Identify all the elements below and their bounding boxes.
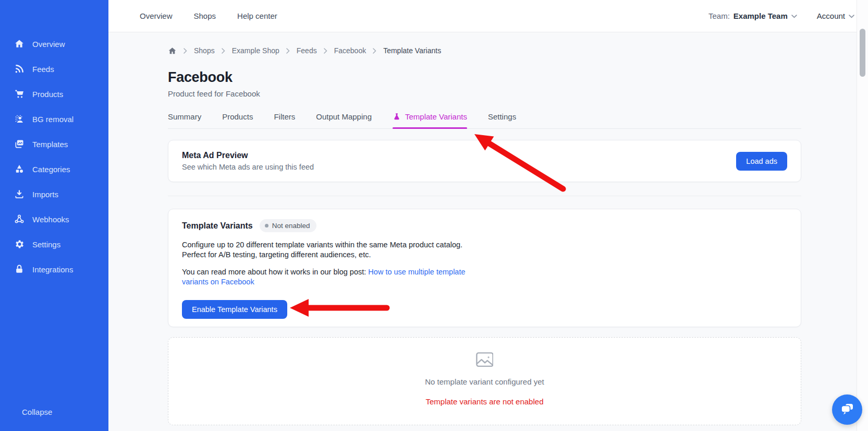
page-subtitle: Product feed for Facebook — [168, 89, 801, 98]
empty-state-warning: Template variants are not enabled — [426, 397, 544, 406]
sidebar-item-label: Categories — [32, 165, 70, 174]
template-variants-description: Configure up to 20 different template va… — [182, 240, 787, 259]
sidebar-item-label: Webhooks — [32, 215, 69, 224]
tab-summary[interactable]: Summary — [168, 112, 201, 128]
chevron-right-icon — [324, 48, 327, 54]
home-icon[interactable] — [168, 46, 177, 55]
chevron-right-icon — [286, 48, 290, 54]
load-ads-button[interactable]: Load ads — [736, 152, 787, 171]
tab-filters[interactable]: Filters — [274, 112, 295, 128]
breadcrumb-feeds[interactable]: Feeds — [297, 46, 317, 55]
empty-state-message: No template variant configured yet — [425, 377, 544, 386]
sidebar-item-webhooks[interactable]: Webhooks — [0, 207, 108, 232]
breadcrumb-shops[interactable]: Shops — [194, 46, 215, 55]
enable-template-variants-button[interactable]: Enable Template Variants — [182, 300, 287, 319]
sidebar-item-imports[interactable]: Imports — [0, 182, 108, 207]
sidebar-item-bg-removal[interactable]: BG removal — [0, 106, 108, 131]
read-more-text: You can read more about how it works in … — [182, 267, 787, 286]
tab-products[interactable]: Products — [222, 112, 253, 128]
image-stack-icon — [14, 139, 25, 149]
lock-icon — [14, 264, 25, 274]
sidebar-item-label: BG removal — [32, 115, 74, 124]
sidebar-item-overview[interactable]: Overview — [0, 31, 108, 56]
status-dot — [265, 224, 268, 228]
tab-settings[interactable]: Settings — [488, 112, 516, 128]
sidebar-item-products[interactable]: Products — [0, 81, 108, 106]
tab-bar: Summary Products Filters Output Mapping … — [168, 112, 801, 129]
topnav-overview[interactable]: Overview — [140, 11, 173, 20]
sidebar-item-label: Integrations — [32, 265, 73, 274]
section-divider — [168, 196, 801, 196]
template-variants-empty-state: No template variant configured yet Templ… — [168, 337, 801, 425]
tab-template-variants[interactable]: Template Variants — [393, 112, 467, 128]
tab-output-mapping[interactable]: Output Mapping — [316, 112, 372, 128]
breadcrumb: Shops Example Shop Feeds Facebook Templa… — [168, 45, 801, 56]
breadcrumb-template-variants: Template Variants — [383, 46, 441, 55]
collapse-label: Collapse — [22, 408, 52, 416]
status-badge: Not enabled — [260, 219, 316, 232]
home-icon — [14, 39, 25, 49]
gear-icon — [14, 239, 25, 249]
sidebar-item-settings[interactable]: Settings — [0, 232, 108, 257]
template-variants-card: Template Variants Not enabled Configure … — [168, 209, 801, 327]
sidebar-item-templates[interactable]: Templates — [0, 131, 108, 157]
page-title: Facebook — [168, 69, 801, 86]
image-placeholder-icon — [476, 352, 494, 367]
sidebar-item-label: Overview — [32, 40, 65, 49]
sidebar-collapse-button[interactable]: Collapse — [0, 400, 108, 424]
download-icon — [14, 189, 25, 199]
sidebar-item-label: Templates — [32, 140, 68, 149]
sidebar-item-integrations[interactable]: Integrations — [0, 257, 108, 282]
account-label: Account — [817, 11, 845, 20]
breadcrumb-facebook[interactable]: Facebook — [334, 46, 366, 55]
meta-ad-preview-title: Meta Ad Preview — [182, 151, 314, 160]
shapes-icon — [14, 164, 25, 174]
scrollbar[interactable] — [857, 0, 868, 431]
chevron-down-icon — [849, 15, 854, 18]
chevron-right-icon — [222, 48, 225, 54]
chat-bubbles-icon — [839, 402, 855, 417]
sidebar-item-label: Imports — [32, 190, 58, 199]
rss-icon — [14, 64, 25, 74]
chevron-right-icon — [184, 48, 187, 54]
person-halftone-icon — [14, 114, 25, 124]
topnav-shops[interactable]: Shops — [194, 11, 216, 20]
team-name: Example Team — [733, 11, 788, 20]
sidebar-item-label: Feeds — [32, 65, 54, 74]
template-variants-title: Template Variants — [182, 221, 253, 231]
top-bar: Overview Shops Help center Team: Example… — [108, 0, 868, 32]
sidebar-item-label: Products — [32, 90, 63, 99]
meta-ad-preview-card: Meta Ad Preview See which Meta ads are u… — [168, 140, 801, 182]
webhook-icon — [14, 214, 25, 224]
sidebar-item-categories[interactable]: Categories — [0, 157, 108, 182]
topnav-help-center[interactable]: Help center — [237, 11, 277, 20]
cart-icon — [14, 89, 25, 99]
flask-icon — [393, 113, 401, 121]
chat-widget-button[interactable] — [832, 394, 862, 425]
sidebar-item-feeds[interactable]: Feeds — [0, 56, 108, 81]
breadcrumb-example-shop[interactable]: Example Shop — [232, 46, 279, 55]
account-menu[interactable]: Account — [817, 11, 854, 20]
chevron-down-icon — [791, 15, 797, 18]
team-selector[interactable]: Team: Example Team — [708, 11, 797, 20]
scrollbar-thumb[interactable] — [860, 29, 865, 77]
chevron-right-icon — [373, 48, 376, 54]
meta-ad-preview-subtitle: See which Meta ads are using this feed — [182, 163, 314, 171]
sidebar: Overview Feeds Products BG removal — [0, 0, 108, 431]
team-prefix: Team: — [708, 11, 730, 20]
main-content: Shops Example Shop Feeds Facebook Templa… — [108, 32, 857, 431]
sidebar-item-label: Settings — [32, 240, 60, 249]
